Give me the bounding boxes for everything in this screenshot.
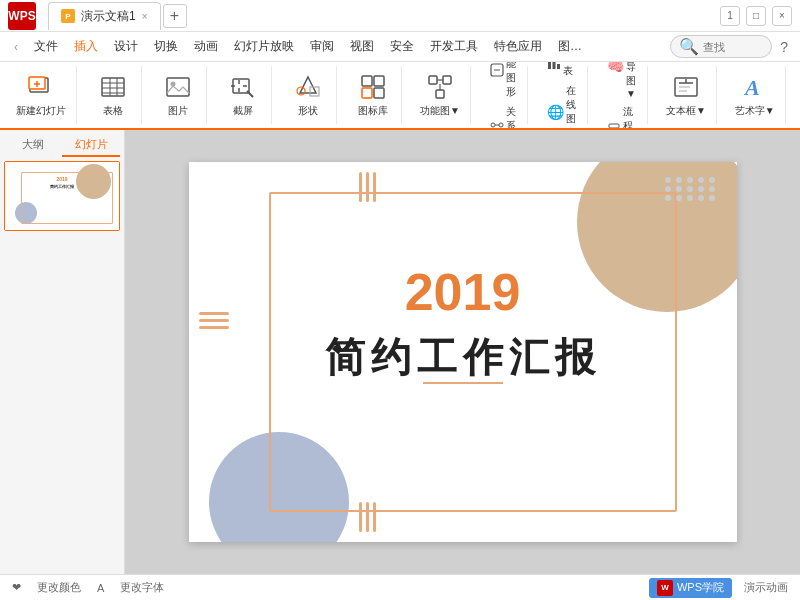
chart-button[interactable]: 图表 xyxy=(542,62,581,80)
image-button[interactable]: 图片 xyxy=(156,70,200,120)
ribbon-group-chart: 图表 🌐 在线图表 xyxy=(536,66,588,124)
svg-rect-24 xyxy=(374,88,384,98)
iconlib-button[interactable]: 图标库 xyxy=(351,70,395,120)
tab-slides[interactable]: 幻灯片 xyxy=(62,134,120,157)
svg-rect-35 xyxy=(548,62,551,69)
slide-title[interactable]: 简约工作汇报 xyxy=(189,330,737,385)
ribbon-group-iconlib: 图标库 xyxy=(345,66,402,124)
doc-tab[interactable]: P 演示文稿1 × xyxy=(48,2,161,30)
title-bar-right: 1 □ × xyxy=(712,6,800,26)
online-chart-button[interactable]: 🌐 在线图表 xyxy=(542,82,581,130)
flowchart-icon xyxy=(607,123,621,130)
menu-item-more[interactable]: 图… xyxy=(552,36,588,57)
shape-button[interactable]: 形状 xyxy=(286,70,330,120)
dot xyxy=(698,186,704,192)
menu-item-features[interactable]: 特色应用 xyxy=(488,36,548,57)
title-bar-left: WPS xyxy=(0,2,44,30)
demo-animation-label[interactable]: 演示动画 xyxy=(744,580,788,595)
smartshape-icon xyxy=(490,63,504,80)
search-input[interactable] xyxy=(703,41,763,53)
change-color-label[interactable]: 更改颜色 xyxy=(37,580,81,595)
dot xyxy=(676,195,682,201)
funchart-button[interactable]: 功能图▼ xyxy=(416,70,464,120)
ribbon-group-funchart: 功能图▼ xyxy=(410,66,471,124)
slide-panel: 大纲 幻灯片 1 ★ 2019 简约工作汇报 xyxy=(0,130,125,574)
dot xyxy=(687,186,693,192)
slide-thumbnail-1[interactable]: 1 ★ 2019 简约工作汇报 xyxy=(4,161,120,231)
menu-item-animation[interactable]: 动画 xyxy=(188,36,224,57)
deco-line-3 xyxy=(373,172,376,202)
thumb-inner: 2019 简约工作汇报 xyxy=(5,162,119,230)
tab-outline[interactable]: 大纲 xyxy=(4,134,62,157)
screenshot-icon xyxy=(228,72,258,102)
wps-logo-small: W xyxy=(657,580,673,596)
artword-button[interactable]: A 艺术字▼ xyxy=(731,70,779,120)
svg-rect-21 xyxy=(362,76,372,86)
help-icon[interactable]: ? xyxy=(776,39,792,55)
menu-item-review[interactable]: 审阅 xyxy=(304,36,340,57)
menu-item-security[interactable]: 安全 xyxy=(384,36,420,57)
dot xyxy=(698,195,704,201)
textbox-label: 文本框▼ xyxy=(666,104,706,118)
flowchart-button[interactable]: 流程图▼ xyxy=(602,103,641,130)
relation-icon xyxy=(490,118,504,131)
ribbon-group-artword: A 艺术字▼ xyxy=(725,66,786,124)
relation-button[interactable]: 关系图 xyxy=(485,103,521,130)
artword-icon: A xyxy=(740,72,770,102)
chart-icon xyxy=(547,62,561,73)
image-icon xyxy=(163,72,193,102)
svg-rect-10 xyxy=(167,78,189,96)
svg-rect-22 xyxy=(374,76,384,86)
menu-item-design[interactable]: 设计 xyxy=(108,36,144,57)
mindmap-button[interactable]: 🧠 思维导图▼ xyxy=(602,62,641,101)
ribbon-group-smart: 智能图形 关系图 xyxy=(479,66,528,124)
online-chart-icon: 🌐 xyxy=(547,104,564,120)
deco-hline-3 xyxy=(199,326,229,329)
canvas-area: 2019 简约工作汇报 xyxy=(125,130,800,574)
maximize-button[interactable]: □ xyxy=(746,6,766,26)
shape-icon xyxy=(293,72,323,102)
main-area: 大纲 幻灯片 1 ★ 2019 简约工作汇报 xyxy=(0,130,800,574)
screenshot-label: 截屏 xyxy=(233,104,253,118)
close-button[interactable]: × xyxy=(772,6,792,26)
status-right: W WPS学院 演示动画 xyxy=(649,578,788,598)
menu-bar: ‹ 文件 插入 设计 切换 动画 幻灯片放映 审阅 视图 安全 开发工具 特色应… xyxy=(0,32,800,62)
menu-item-view[interactable]: 视图 xyxy=(344,36,380,57)
menu-item-transition[interactable]: 切换 xyxy=(148,36,184,57)
slide-year[interactable]: 2019 xyxy=(189,262,737,322)
new-slide-button[interactable]: 新建幻灯片 xyxy=(12,70,70,120)
deco-line-5 xyxy=(366,502,369,532)
dot xyxy=(709,195,715,201)
search-area[interactable]: 🔍 xyxy=(670,35,772,58)
svg-line-17 xyxy=(247,91,253,97)
slide-canvas[interactable]: 2019 简约工作汇报 xyxy=(189,162,737,542)
menu-item-slideshow[interactable]: 幻灯片放映 xyxy=(228,36,300,57)
menu-nav-prev[interactable]: ‹ xyxy=(8,39,24,55)
mindmap-label: 思维导图▼ xyxy=(626,62,636,99)
mindmap-icon: 🧠 xyxy=(607,62,624,74)
smartshape-button[interactable]: 智能图形 xyxy=(485,62,521,101)
ribbon-group-symbol: Ω 符号 xyxy=(794,66,800,124)
thumb-subtitle: 简约工作汇报 xyxy=(5,184,119,189)
wps-academy-button[interactable]: W WPS学院 xyxy=(649,578,732,598)
dot xyxy=(676,177,682,183)
textbox-button[interactable]: 文本框▼ xyxy=(662,70,710,120)
menu-item-dev[interactable]: 开发工具 xyxy=(424,36,484,57)
svg-marker-18 xyxy=(300,77,316,93)
dot xyxy=(676,186,682,192)
menu-item-insert[interactable]: 插入 xyxy=(68,36,104,57)
slide-divider xyxy=(423,382,503,384)
dot xyxy=(687,195,693,201)
change-font-label[interactable]: 更改字体 xyxy=(120,580,164,595)
doc-tab-close[interactable]: × xyxy=(142,11,148,22)
table-button[interactable]: 表格 xyxy=(91,70,135,120)
svg-text:A: A xyxy=(743,75,760,100)
ribbon: 新建幻灯片 表格 图片 截屏 xyxy=(0,62,800,130)
chart-label: 图表 xyxy=(563,62,576,78)
minimize-button[interactable]: 1 xyxy=(720,6,740,26)
deco-line-2 xyxy=(366,172,369,202)
screenshot-button[interactable]: 截屏 xyxy=(221,70,265,120)
thumb-title: 2019 xyxy=(5,176,119,182)
new-tab-button[interactable]: + xyxy=(163,4,187,28)
menu-item-file[interactable]: 文件 xyxy=(28,36,64,57)
